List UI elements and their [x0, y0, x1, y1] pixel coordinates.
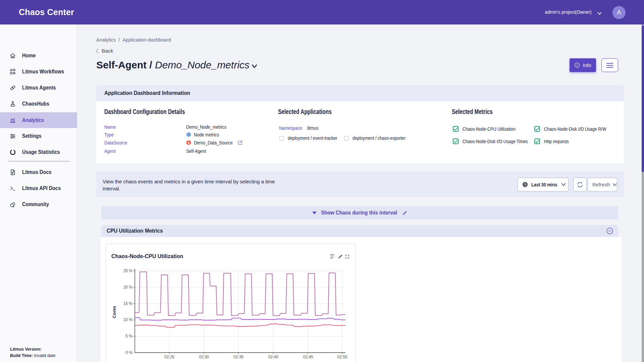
svg-text:15 %: 15 %: [123, 301, 133, 306]
svg-text:Cores: Cores: [112, 306, 117, 318]
svg-text:02:25: 02:25: [164, 355, 174, 359]
svg-text:02:40: 02:40: [268, 355, 278, 359]
svg-text:02:50: 02:50: [337, 355, 347, 359]
svg-text:10 %: 10 %: [123, 317, 133, 322]
svg-text:02:45: 02:45: [303, 355, 313, 359]
svg-text:5 %: 5 %: [125, 334, 132, 339]
svg-text:02:35: 02:35: [233, 355, 244, 359]
svg-text:02:30: 02:30: [199, 355, 209, 359]
svg-text:25 %: 25 %: [123, 268, 133, 273]
svg-text:0 %: 0 %: [125, 350, 132, 355]
svg-text:20 %: 20 %: [123, 285, 133, 290]
